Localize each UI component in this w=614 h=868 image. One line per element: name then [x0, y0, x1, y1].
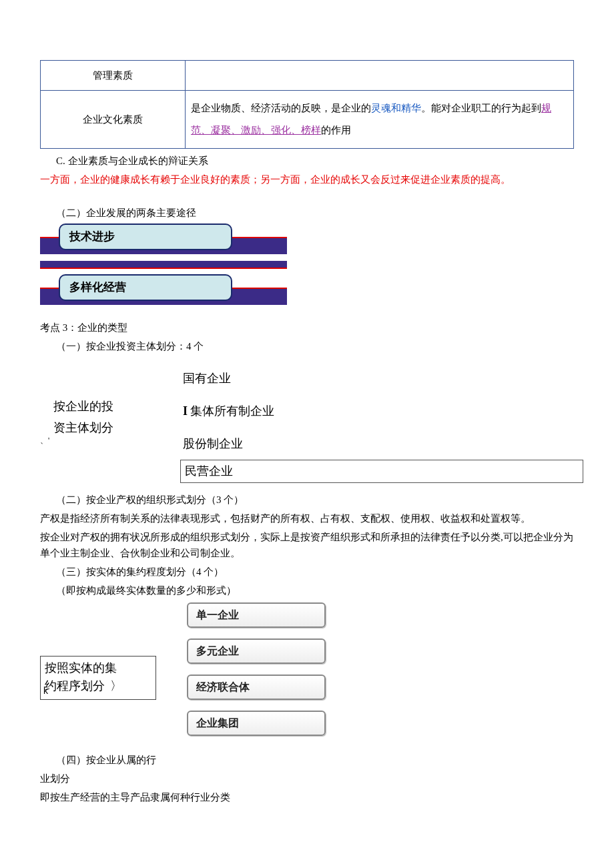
- arrow-right-icon: 〉: [110, 679, 122, 693]
- invest-item-2: I集体所有制企业: [180, 395, 574, 428]
- culture-text-3: 的作用: [321, 125, 351, 135]
- cell-culture-desc: 是企业物质、经济活动的反映，是企业的灵魂和精华。能对企业职工的行为起到规范、凝聚…: [186, 91, 574, 149]
- path-diversify: 多样化经营: [59, 274, 232, 301]
- invest-item-4: 民营企业: [180, 460, 583, 483]
- sub3-note: （即按构成最终实体数量的多少和形式）: [56, 582, 574, 598]
- invest-item-2-prefix: I: [183, 404, 188, 418]
- invest-item-1: 国有企业: [180, 362, 574, 395]
- para-2b: 按企业对产权的拥有状况所形成的组织形式划分，实际上是按资产组织形式和所承担的法律…: [40, 529, 574, 561]
- culture-highlight-1: 灵魂和精华: [371, 103, 421, 113]
- pathway-diagram: 技术进步 多样化经营: [40, 224, 287, 305]
- sub3-title: （三）按实体的集约程度划分（4 个）: [56, 564, 574, 580]
- agg-item-1: 单一企业: [187, 602, 326, 628]
- sub2-title: （二）按企业产权的组织形式划分（3 个）: [56, 492, 574, 508]
- invest-left-2: 资主体划分: [53, 417, 113, 438]
- agg-item-2: 多元企业: [187, 638, 326, 664]
- kd3-title: 考点 3：企业的类型: [40, 320, 574, 336]
- invest-left-label: 按企业的投 资主体划分: [53, 396, 113, 439]
- tree-tick-mark: 、': [40, 434, 49, 447]
- agg-left-2: 约程序划分: [45, 679, 105, 693]
- path-tech: 技术进步: [59, 224, 232, 250]
- agg-left-1: 按照实体的集: [45, 659, 151, 677]
- cell-mgmt-label: 管理素质: [41, 61, 186, 91]
- sub1-title: （一）按企业投资主体划分：4 个: [56, 338, 574, 354]
- para-4: 即按生产经营的主导产品隶属何种行业分类: [40, 789, 574, 805]
- invest-tree: 、' 按企业的投 资主体划分 国有企业 I集体所有制企业 股份制企业 民营企业: [40, 362, 574, 489]
- invest-left-1: 按企业的投: [53, 396, 113, 417]
- cell-mgmt-desc: [186, 61, 574, 91]
- culture-text-2: 。能对企业职工的行为起到: [421, 103, 541, 113]
- sub4-line2: 业划分: [40, 771, 574, 787]
- invest-item-2-text: 集体所有制企业: [190, 404, 274, 418]
- cell-culture-label: 企业文化素质: [41, 91, 186, 149]
- agg-item-3: 经济联合体: [187, 675, 326, 700]
- para-2a: 产权是指经济所有制关系的法律表现形式，包括财产的所有权、占有权、支配权、使用权、…: [40, 510, 574, 526]
- section-c-title: C. 企业素质与企业成长的辩证关系: [56, 153, 574, 169]
- agg-left-box: 按照实体的集 约程序划分〉 k: [40, 656, 156, 700]
- culture-text-1: 是企业物质、经济活动的反映，是企业的: [191, 103, 371, 113]
- quality-table: 管理素质 企业文化素质 是企业物质、经济活动的反映，是企业的灵魂和精华。能对企业…: [40, 60, 574, 149]
- path-title: （二）企业发展的两条主要途径: [56, 205, 574, 221]
- agg-k-mark: k: [43, 684, 48, 698]
- invest-item-3: 股份制企业: [180, 428, 574, 460]
- agg-diagram: 按照实体的集 约程序划分〉 k 单一企业 多元企业 经济联合体 企业集团: [40, 602, 574, 749]
- sub4-line1: （四）按企业从属的行: [56, 752, 574, 768]
- path-gap: [40, 261, 287, 269]
- red-summary: 一方面，企业的健康成长有赖于企业良好的素质；另一方面，企业的成长又会反过来促进企…: [40, 171, 574, 187]
- agg-item-4: 企业集团: [187, 711, 326, 736]
